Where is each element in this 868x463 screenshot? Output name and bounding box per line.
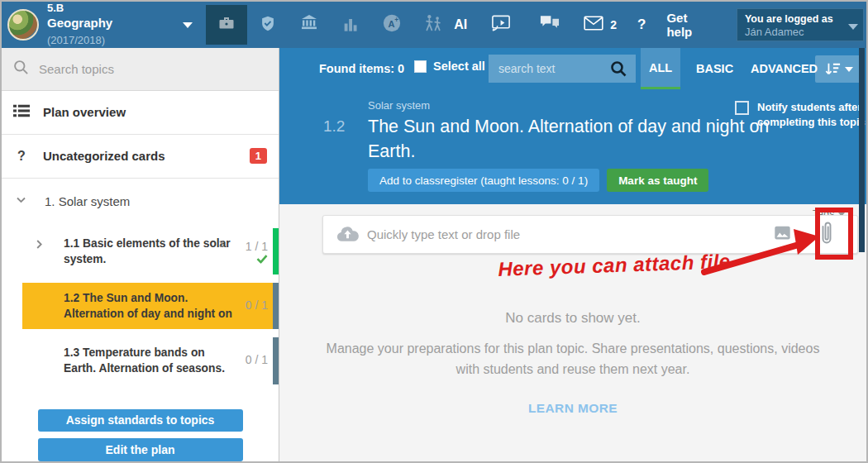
class-name: 5.B (47, 2, 169, 15)
search-icon (13, 60, 29, 79)
topic-progress: 1 / 1 (246, 239, 268, 265)
chevron-down-icon (848, 24, 858, 30)
plan-overview-label: Plan overview (43, 105, 126, 119)
sort-dropdown-button[interactable] (815, 55, 861, 83)
class-picker-dropdown[interactable]: 5.B Geography (2017/2018) (47, 2, 204, 48)
ai-assistant-button[interactable]: AI (454, 17, 467, 32)
empty-state-title: No cards to show yet. (279, 310, 866, 327)
plan-sidebar: Plan overview ? Uncategorized cards 1 1.… (2, 48, 279, 461)
chat-bubbles-icon (539, 14, 560, 36)
empty-state-description: Manage your preparations for this plan t… (325, 339, 821, 380)
cloud-upload-icon (336, 224, 359, 246)
messages-button[interactable]: 2 (584, 16, 617, 34)
search-submit-button[interactable] (601, 55, 636, 83)
bank-icon (299, 14, 319, 36)
topic-chapter-label: Solar system (368, 99, 430, 112)
check-icon (256, 255, 268, 264)
found-items-label: Found items: 0 (319, 62, 404, 75)
sidebar-item-uncategorized-cards[interactable]: ? Uncategorized cards 1 (2, 135, 279, 179)
edit-plan-button[interactable]: Edit the plan (38, 438, 243, 461)
topbar-right-cluster: AI 2 ? Get help You are logged as (454, 8, 866, 41)
cards-area: Tags (279, 204, 866, 461)
chevron-down-icon (17, 197, 26, 203)
class-picker-labels: 5.B Geography (2017/2018) (47, 2, 169, 48)
get-help-link[interactable]: Get help (666, 11, 712, 39)
module-excursions-people[interactable] (413, 5, 454, 45)
shield-check-icon (259, 14, 277, 36)
notify-students-checkbox[interactable] (735, 101, 749, 115)
topic-title: 1.2 The Sun and Moon. Alternation of day… (64, 290, 236, 322)
class-avatar[interactable] (7, 9, 39, 41)
envelope-icon (584, 16, 603, 34)
topic-status-bar-pending (273, 283, 279, 329)
paperclip-icon (819, 221, 834, 249)
cards-search-box (489, 55, 636, 83)
search-icon (610, 60, 627, 77)
tab-advanced[interactable]: ADVANCED (742, 48, 826, 89)
tab-all[interactable]: ALL (641, 48, 680, 89)
logged-user-name: Ján Adamec (745, 26, 845, 40)
walking-people-icon (422, 13, 444, 36)
topic-blue-header: Found items: 0 Select all ALL BASIC ADVA… (279, 48, 866, 204)
list-icon (13, 103, 30, 121)
notify-students-label: Notify students after completing this to… (757, 100, 866, 129)
annotation-text: Here you can attach file (474, 249, 756, 282)
module-results-chart[interactable] (330, 5, 371, 45)
sidebar-topic-1-1[interactable]: 1.1 Basic elements of the solar system. … (2, 228, 279, 274)
search-topics-input[interactable] (39, 62, 237, 76)
edupage-app-window: 5.B Geography (2017/2018) (0, 0, 868, 463)
bar-chart-icon (341, 15, 360, 36)
module-school-bank[interactable] (289, 5, 330, 45)
select-all-label: Select all (433, 60, 485, 73)
topic-progress: 0 / 1 (246, 353, 268, 370)
module-tabs: A+ (206, 5, 454, 45)
unread-messages-count: 2 (610, 18, 617, 31)
sidebar-item-plan-overview[interactable]: Plan overview (2, 91, 279, 135)
chat-button[interactable] (536, 11, 563, 39)
cast-screen-button[interactable] (488, 11, 515, 39)
assign-standards-button[interactable]: Assign standards to topics (38, 409, 243, 432)
scrollbar-thumb[interactable] (859, 48, 865, 252)
add-to-classregister-button[interactable]: Add to classregister (taught lessons: 0 … (368, 169, 599, 192)
a-plus-circle-icon: A+ (382, 13, 402, 36)
topic-action-buttons: Add to classregister (taught lessons: 0 … (368, 169, 708, 192)
select-all-control[interactable]: Select all (414, 60, 485, 73)
chevron-right-icon (36, 240, 42, 249)
sidebar-topic-1-2-selected[interactable]: 1.2 The Sun and Moon. Alternation of day… (2, 283, 279, 329)
topic-status-bar-pending (273, 337, 279, 384)
topic-status-bar-done (273, 228, 279, 274)
logged-user-dropdown[interactable]: You are logged as Ján Adamec (737, 8, 864, 41)
class-subject: Geography (47, 16, 112, 30)
topic-title: 1.3 Temperature bands on Earth. Alternat… (64, 345, 236, 377)
sidebar-topic-1-3[interactable]: 1.3 Temperature bands on Earth. Alternat… (2, 337, 279, 384)
question-mark-icon: ? (13, 149, 30, 164)
tab-basic[interactable]: BASIC (688, 48, 742, 89)
select-all-checkbox[interactable] (414, 60, 427, 73)
help-question-icon[interactable]: ? (637, 17, 646, 33)
topic-detail-panel: Found items: 0 Select all ALL BASIC ADVA… (279, 48, 866, 461)
cards-search-input[interactable] (489, 55, 601, 83)
mark-as-taught-button[interactable]: Mark as taught (607, 169, 708, 192)
module-plans-briefcase[interactable] (206, 5, 247, 45)
module-attendance-shield[interactable] (247, 5, 289, 45)
topic-title: 1.1 Basic elements of the solar system. (64, 236, 236, 268)
module-grades-aplus[interactable]: A+ (371, 5, 413, 45)
chevron-down-icon (845, 67, 853, 72)
chapter-solar-system[interactable]: 1. Solar system (2, 179, 279, 215)
logged-as-label: You are logged as (745, 12, 845, 26)
chevron-down-icon (183, 22, 193, 28)
topics-search-row (2, 48, 279, 91)
uncategorized-count-badge: 1 (250, 148, 267, 164)
topic-progress: 0 / 1 (246, 298, 268, 314)
cast-icon (491, 14, 512, 36)
uncategorized-cards-label: Uncategorized cards (43, 149, 165, 163)
svg-text:A: A (389, 19, 395, 29)
sort-icon (824, 62, 841, 77)
class-year: (2017/2018) (47, 34, 105, 46)
top-navigation-bar: 5.B Geography (2017/2018) (2, 2, 866, 48)
topic-card-count: 3 (219, 238, 224, 251)
briefcase-icon (217, 13, 236, 36)
chapter-label: 1. Solar system (45, 194, 130, 208)
learn-more-link[interactable]: LEARN MORE (279, 401, 866, 416)
notify-students-control[interactable]: Notify students after completing this to… (735, 100, 866, 129)
